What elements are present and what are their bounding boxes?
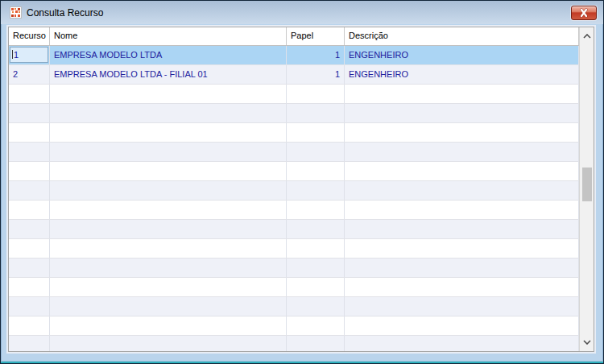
table-row-empty[interactable]	[9, 316, 579, 336]
window-consulta-recurso: Consulta Recurso RecursoNomePapelDescriç…	[0, 0, 604, 364]
cell-recurso[interactable]	[9, 123, 50, 142]
cell-descricao[interactable]	[345, 181, 579, 200]
cell-recurso[interactable]: 1	[9, 46, 50, 64]
titlebar[interactable]: Consulta Recurso	[1, 1, 603, 24]
cell-recurso[interactable]	[9, 143, 50, 161]
cell-nome[interactable]	[50, 316, 287, 335]
cell-nome[interactable]	[50, 336, 287, 351]
cell-nome[interactable]	[50, 181, 287, 200]
text-caret	[12, 50, 13, 59]
table-row[interactable]: 2EMPRESA MODELO LTDA - FILIAL 011ENGENHE…	[9, 65, 579, 85]
cell-descricao[interactable]	[345, 278, 579, 296]
vertical-scrollbar[interactable]	[579, 27, 594, 351]
cell-descricao[interactable]	[345, 259, 579, 277]
cell-papel[interactable]	[287, 220, 345, 238]
grid-header: RecursoNomePapelDescrição	[9, 27, 579, 46]
table-row-empty[interactable]	[9, 220, 579, 239]
cell-recurso[interactable]	[9, 220, 50, 238]
cell-nome[interactable]	[50, 297, 287, 316]
cell-recurso[interactable]	[9, 239, 50, 258]
inline-edit-cell[interactable]: 1	[10, 47, 48, 63]
cell-papel[interactable]	[287, 278, 345, 296]
cell-nome[interactable]	[50, 104, 287, 122]
table-row-empty[interactable]	[9, 123, 579, 143]
bottom-accent-line	[1, 362, 603, 363]
cell-recurso[interactable]	[9, 297, 50, 316]
cell-papel[interactable]	[287, 316, 345, 335]
table-row-empty[interactable]	[9, 239, 579, 259]
table-row-empty[interactable]	[9, 181, 579, 201]
cell-papel[interactable]	[287, 85, 345, 103]
table-row-empty[interactable]	[9, 104, 579, 123]
cell-papel[interactable]	[287, 143, 345, 161]
cell-papel[interactable]	[287, 259, 345, 277]
cell-descricao[interactable]	[345, 201, 579, 219]
cell-nome[interactable]: EMPRESA MODELO LTDA - FILIAL 01	[50, 65, 287, 84]
cell-recurso[interactable]	[9, 162, 50, 180]
table-row-empty[interactable]	[9, 162, 579, 181]
table-row-empty[interactable]	[9, 85, 579, 104]
cell-papel[interactable]	[287, 336, 345, 351]
grid-body: 1EMPRESA MODELO LTDA1ENGENHEIRO2EMPRESA …	[9, 46, 579, 351]
table-row-empty[interactable]	[9, 278, 579, 297]
cell-descricao[interactable]: ENGENHEIRO	[345, 65, 579, 84]
cell-papel[interactable]	[287, 162, 345, 180]
scroll-down-button[interactable]	[580, 334, 594, 350]
cell-papel[interactable]: 1	[287, 65, 345, 84]
table-row-empty[interactable]	[9, 143, 579, 162]
cell-nome[interactable]: EMPRESA MODELO LTDA	[50, 46, 287, 64]
cell-recurso[interactable]	[9, 85, 50, 103]
cell-nome[interactable]	[50, 123, 287, 142]
cell-recurso[interactable]	[9, 259, 50, 277]
data-grid: RecursoNomePapelDescrição 1EMPRESA MODEL…	[8, 27, 594, 352]
scroll-up-button[interactable]	[580, 28, 594, 44]
table-row[interactable]: 1EMPRESA MODELO LTDA1ENGENHEIRO	[9, 46, 579, 65]
cell-descricao[interactable]	[345, 297, 579, 316]
chevron-up-icon	[583, 34, 591, 39]
cell-descricao[interactable]	[345, 220, 579, 238]
cell-recurso[interactable]	[9, 316, 50, 335]
table-row-empty[interactable]	[9, 259, 579, 278]
cell-papel[interactable]	[287, 201, 345, 219]
cell-nome[interactable]	[50, 201, 287, 219]
cell-papel[interactable]	[287, 239, 345, 258]
cell-recurso[interactable]	[9, 181, 50, 200]
scrollbar-thumb[interactable]	[582, 168, 592, 201]
close-icon	[577, 8, 590, 18]
column-header-recurso[interactable]: Recurso	[9, 27, 50, 45]
table-row-empty[interactable]	[9, 336, 579, 351]
column-header-nome[interactable]: Nome	[50, 27, 287, 45]
cell-descricao[interactable]: ENGENHEIRO	[345, 46, 579, 64]
cell-descricao[interactable]	[345, 162, 579, 180]
cell-descricao[interactable]	[345, 85, 579, 103]
cell-descricao[interactable]	[345, 316, 579, 335]
cell-recurso[interactable]	[9, 104, 50, 122]
cell-recurso[interactable]	[9, 278, 50, 296]
cell-recurso[interactable]	[9, 201, 50, 219]
cell-descricao[interactable]	[345, 123, 579, 142]
cell-descricao[interactable]	[345, 104, 579, 122]
cell-nome[interactable]	[50, 278, 287, 296]
cell-recurso[interactable]: 2	[9, 65, 50, 84]
app-icon	[10, 6, 22, 19]
cell-papel[interactable]: 1	[287, 46, 345, 64]
cell-nome[interactable]	[50, 220, 287, 238]
cell-descricao[interactable]	[345, 336, 579, 351]
cell-nome[interactable]	[50, 162, 287, 180]
column-header-papel[interactable]: Papel	[287, 27, 345, 45]
cell-papel[interactable]	[287, 181, 345, 200]
cell-papel[interactable]	[287, 123, 345, 142]
cell-nome[interactable]	[50, 239, 287, 258]
cell-recurso[interactable]	[9, 336, 50, 351]
cell-nome[interactable]	[50, 259, 287, 277]
cell-nome[interactable]	[50, 85, 287, 103]
column-header-descricao[interactable]: Descrição	[345, 27, 579, 45]
cell-descricao[interactable]	[345, 143, 579, 161]
cell-papel[interactable]	[287, 297, 345, 316]
cell-papel[interactable]	[287, 104, 345, 122]
cell-nome[interactable]	[50, 143, 287, 161]
cell-descricao[interactable]	[345, 239, 579, 258]
table-row-empty[interactable]	[9, 201, 579, 220]
table-row-empty[interactable]	[9, 297, 579, 316]
close-button[interactable]	[571, 6, 597, 20]
